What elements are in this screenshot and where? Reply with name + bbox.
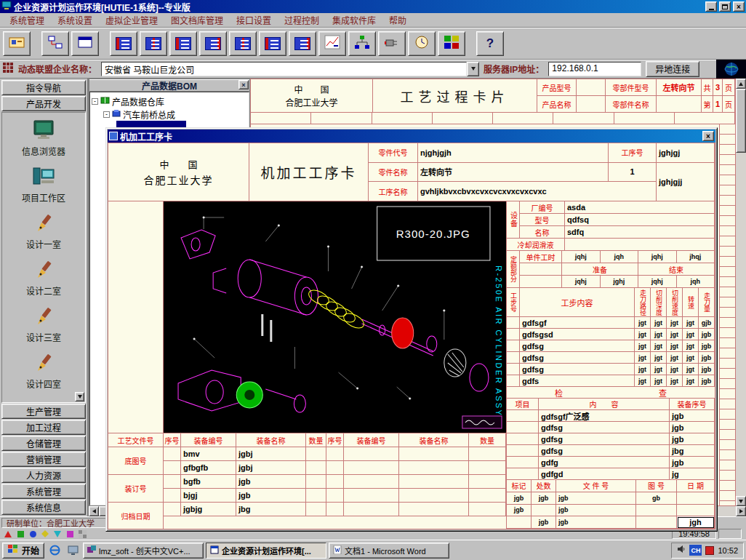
menu-item-4[interactable]: 接口设置 — [230, 12, 278, 28]
toolbar-interface-button[interactable] — [378, 31, 406, 56]
sidebar-item-design-room-2[interactable]: 设计二室 — [2, 255, 85, 301]
quota-value[interactable]: jqhj — [562, 276, 601, 288]
quota-value[interactable]: jhqj — [677, 251, 715, 263]
check-row[interactable]: gdfsgf广泛感jgb — [507, 410, 715, 422]
toolbar-software-lib-button[interactable] — [438, 31, 465, 56]
step-content[interactable]: gdfsg — [520, 340, 635, 352]
vertical-scrollbar[interactable] — [736, 79, 746, 506]
tray-red-icon[interactable] — [705, 546, 714, 555]
tree-close-button[interactable]: × — [238, 80, 249, 89]
check-row[interactable]: gdfgdjg — [507, 468, 715, 480]
step-row[interactable]: gdfsgsdjgtjgtjgtjgtjgb — [507, 329, 715, 340]
part-name-value[interactable]: 左转向节 — [418, 163, 609, 183]
step-content[interactable]: gdfsgsd — [520, 329, 635, 340]
draw-tool-icon-3[interactable] — [28, 529, 38, 539]
quota-value[interactable]: jqhj — [562, 251, 601, 263]
op-right-value[interactable]: jghjgjj — [657, 163, 715, 201]
coolant-value[interactable] — [565, 239, 715, 251]
equip-name[interactable]: jbg — [236, 503, 306, 516]
draw-tool-icon-6[interactable] — [65, 529, 75, 539]
sidebar-item-design-room-4[interactable]: 设计四室 — [2, 348, 85, 394]
nav-production-button[interactable]: 生产管理 — [1, 404, 86, 419]
toolbar-doc2-button[interactable] — [169, 31, 197, 56]
check-content[interactable]: gdfg — [539, 457, 670, 468]
nav-marketing-button[interactable]: 营销管理 — [1, 452, 86, 467]
step-row[interactable]: gdfsjgtjgtjgtjgtjgb — [507, 375, 715, 387]
ime-indicator[interactable]: CH — [689, 545, 702, 556]
equip-name[interactable]: jgb — [236, 489, 306, 503]
step-row[interactable]: gdfsgfjgtjgtjgtjgtgjb — [507, 317, 715, 329]
draw-tool-icon-2[interactable] — [15, 529, 25, 539]
minimize-button[interactable] — [705, 1, 717, 12]
check-content[interactable]: gdfsg — [539, 433, 670, 445]
sidebar-item-project-workspace[interactable]: 项目工作区 — [2, 161, 85, 208]
toolbar-window-button[interactable] — [71, 31, 99, 56]
cad-viewport[interactable]: R300-20.JPG R-250E AIR CYLINDER ASSY — [164, 201, 506, 433]
toolbar-chart-button[interactable] — [318, 31, 346, 56]
step-content[interactable]: gdfsgf — [520, 317, 635, 329]
check-content[interactable]: gdfsg — [539, 422, 670, 433]
toolbar-doc3-button[interactable] — [199, 31, 227, 56]
equip-code[interactable]: jgbjg — [181, 503, 236, 516]
machine-model-value[interactable]: qdfsq — [565, 214, 715, 226]
op-no-value[interactable]: jghjgj — [657, 143, 715, 163]
step-content[interactable]: gdfs — [520, 375, 635, 387]
sidebar-item-design-room-1[interactable]: 设计一室 — [2, 208, 85, 255]
quick-launch-browser-icon[interactable] — [47, 543, 63, 559]
equipment-row[interactable]: gfbgfbjgbj — [164, 461, 506, 475]
marks-row[interactable]: jgbjgb — [507, 505, 715, 517]
toolbar-doc1-button[interactable] — [140, 31, 167, 56]
menu-item-7[interactable]: 帮助 — [382, 12, 413, 28]
draw-tool-icon-1[interactable] — [3, 529, 13, 539]
remote-connect-button[interactable]: 异地连接 — [646, 61, 699, 77]
check-row[interactable]: gdfgjgb — [507, 457, 715, 468]
vertical-scroll-thumb[interactable] — [736, 89, 746, 153]
check-content[interactable]: gdfsg — [539, 445, 670, 457]
check-content[interactable]: gdfsgf广泛感 — [539, 410, 670, 422]
toolbar-flowchart-button[interactable] — [41, 31, 69, 56]
nav-command-button[interactable]: 指令导航 — [1, 80, 86, 95]
equip-name[interactable]: jgbj — [236, 461, 306, 475]
toolbar-doc6-button[interactable] — [289, 31, 316, 56]
draw-tool-icon-5[interactable] — [52, 529, 63, 539]
restore-button[interactable] — [719, 1, 731, 12]
step-content[interactable]: gdfsg — [520, 352, 635, 364]
equip-name[interactable]: jgbj — [236, 447, 306, 461]
marks-row[interactable]: jgbjgbjgbgb — [507, 492, 715, 505]
equipment-row[interactable]: bjgjjgb — [164, 489, 506, 503]
equip-name[interactable]: jgb — [236, 475, 306, 489]
equip-code[interactable]: bmv — [181, 447, 236, 461]
check-content[interactable]: gdfgd — [539, 468, 670, 480]
quota-value[interactable]: jqh — [601, 251, 639, 263]
speaker-icon[interactable] — [677, 545, 686, 556]
nav-system-info-button[interactable]: 系统信息 — [1, 500, 86, 515]
nav-warehouse-button[interactable]: 仓储管理 — [1, 436, 86, 451]
tree-collapse-icon[interactable]: - — [92, 98, 98, 105]
menu-item-2[interactable]: 虚拟企业管理 — [99, 12, 164, 28]
quota-value[interactable]: jqh — [677, 276, 715, 288]
dialog-close-button[interactable]: × — [702, 131, 714, 141]
scroll-left-button[interactable] — [89, 506, 99, 516]
sidebar-item-design-room-3[interactable]: 设计三室 — [2, 301, 85, 348]
start-button[interactable]: 开始 — [2, 543, 44, 559]
tree-item-assembly[interactable]: - 汽车前桥总成 — [92, 108, 247, 121]
step-content[interactable]: gdfsg — [520, 364, 635, 375]
tree-item-root[interactable]: - 产品数据仓库 — [92, 95, 247, 108]
nav-product-dev-button[interactable]: 产品开发 — [1, 96, 86, 111]
equipment-row[interactable]: jgbjgjbg — [164, 503, 506, 516]
marks-row[interactable]: jgbjgbjgh — [507, 516, 715, 529]
toolbar-bom-button[interactable] — [110, 31, 137, 56]
scroll-up-button[interactable] — [736, 79, 746, 89]
taskbar-task-erp[interactable]: 企业资源计划运作环境[... — [206, 543, 326, 559]
equip-code[interactable]: gfbgfb — [181, 461, 236, 475]
enterprise-name-select[interactable]: 安徽省 马鞍山巨龙公司 — [101, 62, 479, 76]
check-serial[interactable]: jgb — [670, 422, 715, 433]
check-row[interactable]: gdfsgjgb — [507, 422, 715, 433]
nav-machining-button[interactable]: 加工过程 — [1, 420, 86, 435]
toolbar-hierarchy-button[interactable] — [348, 31, 376, 56]
server-ip-input[interactable]: 192.168.0.1 — [548, 62, 641, 76]
equipment-row[interactable]: bgfbjgb — [164, 475, 506, 489]
draw-tool-icon-7[interactable] — [77, 529, 87, 539]
scroll-right-button[interactable] — [736, 506, 746, 516]
taskbar-task-vc[interactable]: lmz_soft - 创天中文VC+... — [83, 543, 204, 559]
